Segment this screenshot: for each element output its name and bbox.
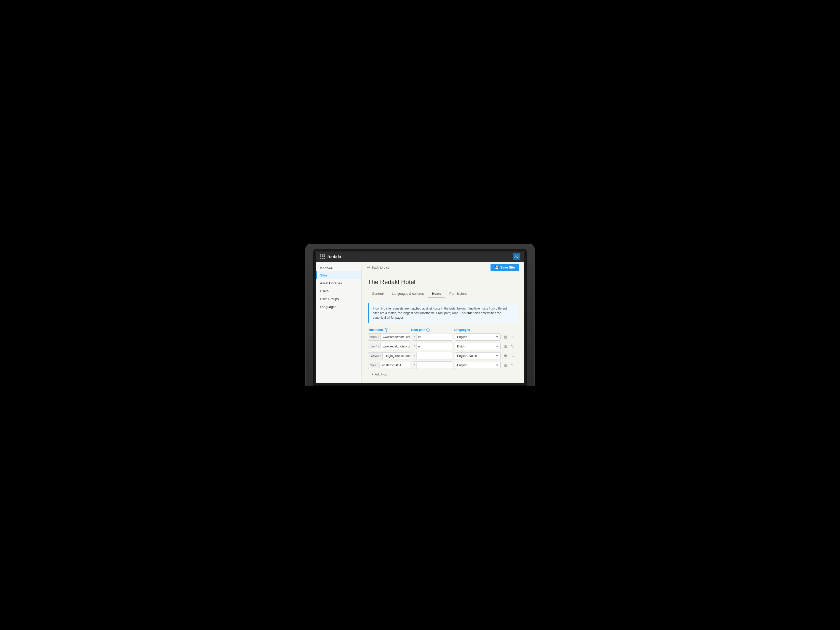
- sidebar-item-users[interactable]: Users: [316, 287, 362, 295]
- sidebar-manage-label: Manage: [316, 264, 362, 272]
- page-content: The Redakt Hotel General Languages & cul…: [362, 273, 524, 383]
- row-actions-0: 🗑⇅: [503, 334, 518, 340]
- tab-general[interactable]: General: [368, 290, 388, 298]
- sidebar: Manage Sites Asset Libraries Users User …: [316, 262, 362, 383]
- hostname-col-header: Hostname i: [369, 328, 409, 332]
- add-host-label: Add Host: [375, 373, 387, 376]
- hostname-input-1[interactable]: [381, 343, 410, 350]
- languages-col-header: Languages: [454, 328, 500, 332]
- save-icon: 💾: [494, 265, 499, 269]
- root-slash-0: /: [412, 333, 417, 340]
- page-title: The Redakt Hotel: [368, 278, 518, 286]
- delete-host-button-0[interactable]: 🗑: [503, 334, 508, 340]
- back-arrow-icon: ↩: [367, 265, 370, 270]
- row-actions-1: 🗑⇅: [503, 343, 518, 349]
- root-slash-3: /: [412, 362, 417, 369]
- root-path-info-icon[interactable]: i: [426, 328, 430, 332]
- move-host-button-3[interactable]: ⇅: [510, 362, 515, 368]
- root-path-field-3: /: [412, 362, 453, 369]
- tabs: General Languages & cultures Hosts Permi…: [368, 290, 518, 298]
- root-path-col-header: Root path i: [411, 328, 452, 332]
- hostname-input-3[interactable]: [379, 362, 410, 369]
- grid-icon: [320, 254, 325, 259]
- hostname-field-3: http:// ▾: [368, 362, 410, 369]
- root-path-field-1: /: [412, 343, 453, 350]
- top-bar: Redakt AD: [316, 251, 524, 262]
- language-select-0[interactable]: EnglishDutchEnglish, Dutch: [455, 333, 501, 341]
- screen-bezel: Redakt AD Manage Sites Asset Libraries U…: [313, 249, 527, 386]
- language-select-2[interactable]: EnglishDutchEnglish, Dutch: [455, 352, 501, 359]
- protocol-select-2[interactable]: http(s):// ▾: [368, 353, 382, 358]
- back-label: Back to List: [372, 265, 389, 269]
- action-bar: ↩ Back to List 💾 Save Site: [362, 262, 524, 273]
- host-rows: https:// ▾/EnglishDutchEnglish, Dutch🗑⇅h…: [368, 333, 518, 369]
- host-row-2: http(s):// ▾/EnglishDutchEnglish, Dutch🗑…: [368, 352, 518, 359]
- hostname-input-2[interactable]: [382, 352, 410, 359]
- hostname-info-icon[interactable]: i: [385, 328, 388, 332]
- root-path-field-2: /: [412, 352, 453, 359]
- main-content: ↩ Back to List 💾 Save Site The Redakt Ho…: [362, 262, 524, 383]
- language-select-3[interactable]: EnglishDutchEnglish, Dutch: [455, 362, 501, 369]
- hostname-input-0[interactable]: [381, 334, 410, 340]
- move-host-button-0[interactable]: ⇅: [510, 334, 515, 340]
- root-path-input-2[interactable]: [417, 352, 453, 359]
- sidebar-item-user-groups[interactable]: User Groups: [316, 295, 362, 303]
- root-path-field-0: /: [412, 333, 453, 341]
- sidebar-item-sites[interactable]: Sites: [316, 272, 362, 279]
- protocol-select-1[interactable]: https:// ▾: [368, 343, 381, 349]
- language-select-1[interactable]: EnglishDutchEnglish, Dutch: [455, 343, 501, 350]
- add-host-plus-icon: +: [372, 373, 373, 376]
- sidebar-item-languages[interactable]: Languages: [316, 303, 362, 311]
- hostname-field-1: https:// ▾: [368, 343, 410, 350]
- tab-languages-cultures[interactable]: Languages & cultures: [388, 290, 428, 298]
- logo-text: Redakt: [327, 254, 342, 259]
- row-actions-2: 🗑⇅: [503, 353, 518, 359]
- sidebar-item-asset-libraries[interactable]: Asset Libraries: [316, 279, 362, 287]
- top-bar-logo: Redakt: [320, 254, 342, 259]
- delete-host-button-3[interactable]: 🗑: [503, 362, 508, 368]
- tab-permissions[interactable]: Permissions: [445, 290, 471, 298]
- host-row-0: https:// ▾/EnglishDutchEnglish, Dutch🗑⇅: [368, 333, 518, 341]
- info-message: Incoming site requests are matched again…: [373, 307, 507, 319]
- laptop-wrapper: Redakt AD Manage Sites Asset Libraries U…: [305, 244, 535, 386]
- protocol-select-3[interactable]: http:// ▾: [368, 362, 379, 368]
- hostname-field-2: http(s):// ▾: [368, 352, 410, 359]
- info-box: Incoming site requests are matched again…: [368, 303, 518, 323]
- app-layout: Manage Sites Asset Libraries Users User …: [316, 262, 524, 383]
- root-slash-2: /: [412, 352, 417, 359]
- root-path-input-0[interactable]: [417, 334, 453, 340]
- back-link[interactable]: ↩ Back to List: [367, 265, 389, 270]
- protocol-select-0[interactable]: https:// ▾: [368, 334, 381, 340]
- host-row-1: https:// ▾/EnglishDutchEnglish, Dutch🗑⇅: [368, 343, 518, 350]
- row-actions-3: 🗑⇅: [503, 362, 518, 368]
- root-slash-1: /: [412, 343, 417, 350]
- save-label: Save Site: [500, 265, 515, 269]
- move-host-button-2[interactable]: ⇅: [510, 353, 515, 359]
- hostname-field-0: https:// ▾: [368, 333, 410, 341]
- delete-host-button-2[interactable]: 🗑: [503, 353, 508, 359]
- add-host-button[interactable]: + Add Host: [368, 371, 391, 378]
- hosts-header: Hostname i Root path i Languages: [368, 328, 518, 333]
- user-badge: AD: [513, 253, 520, 260]
- move-host-button-1[interactable]: ⇅: [510, 343, 515, 349]
- root-path-input-3[interactable]: [417, 362, 453, 369]
- save-site-button[interactable]: 💾 Save Site: [491, 264, 519, 271]
- laptop-screen: Redakt AD Manage Sites Asset Libraries U…: [316, 251, 524, 383]
- host-row-3: http:// ▾/EnglishDutchEnglish, Dutch🗑⇅: [368, 362, 518, 369]
- laptop-body: Redakt AD Manage Sites Asset Libraries U…: [305, 244, 535, 386]
- root-path-input-1[interactable]: [417, 343, 453, 350]
- tab-hosts[interactable]: Hosts: [428, 290, 445, 298]
- delete-host-button-1[interactable]: 🗑: [503, 343, 508, 349]
